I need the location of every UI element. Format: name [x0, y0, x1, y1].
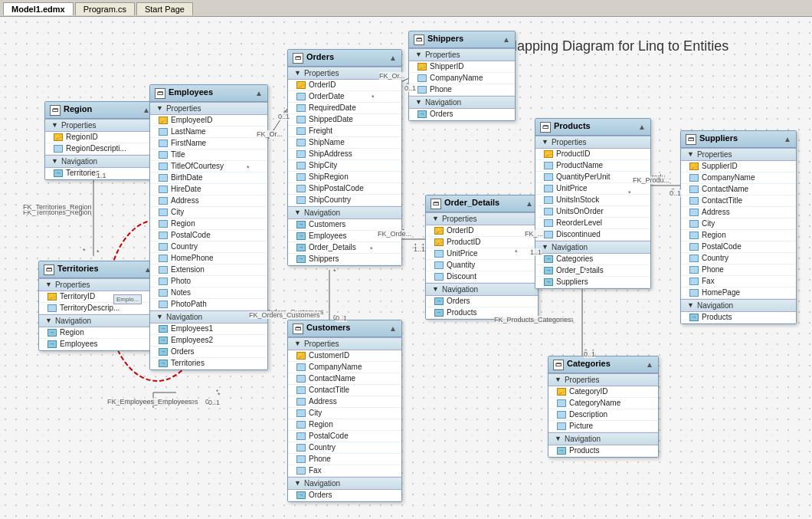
entity-suppliers: 🗃Suppliers ▲ ▼ Properties 🔑SupplierID Co…: [680, 130, 797, 324]
prop-row: Fax: [681, 276, 796, 287]
prop-row: 🔑EmployeeID: [150, 115, 267, 126]
prop-row: RequiredDate: [288, 103, 401, 114]
prop-row: →Orders: [288, 490, 401, 501]
label-01-sup: 0..1: [670, 189, 681, 197]
label-fk-or-shippers: FK_Or...: [379, 72, 405, 80]
prop-row: OrderDate: [288, 91, 401, 103]
prop-row: City: [681, 218, 796, 230]
entity-name-suppliers: Suppliers: [699, 133, 738, 143]
prop-row: Fax: [288, 465, 401, 477]
prop-row: Description: [548, 409, 658, 421]
prop-row: CompanyName: [409, 73, 515, 84]
tab-model[interactable]: Model1.edmx: [3, 2, 74, 15]
tab-bar: Model1.edmx Program.cs Start Page: [0, 0, 812, 17]
prop-row: CategoryName: [548, 398, 658, 409]
prop-row: Notes: [150, 287, 267, 299]
entity-name-categories: Categories: [567, 359, 611, 368]
prop-row: UnitsInStock: [535, 195, 650, 206]
label-star-sup: *: [628, 189, 631, 197]
prop-row: LastName: [150, 126, 267, 138]
label-01-cats: 0..1: [584, 350, 595, 358]
label-01-emp-emp: 0..1: [208, 399, 220, 406]
prop-row: 🔑CustomerID: [288, 350, 401, 362]
entity-customers: 🗃Customers ▲ ▼ Properties 🔑CustomerID Co…: [287, 320, 402, 502]
prop-row: →Categories: [535, 254, 650, 265]
prop-row: Title: [150, 149, 267, 161]
prop-row: FirstName: [150, 138, 267, 149]
entity-categories: 🗃Categories ▲ ▼ Properties 🔑CategoryID C…: [548, 356, 659, 458]
label-fk-orders-customers: FK_Orders_Customers: [249, 311, 320, 319]
entity-name-products: Products: [554, 121, 591, 130]
label-fk-products-cats: FK_Products_Categories: [494, 316, 571, 324]
label-fk-orders-emp: FK_Or...: [257, 130, 283, 138]
label-star-emp: *: [247, 164, 250, 172]
label-fk-prod: FK_...: [525, 230, 543, 238]
prop-row: UnitPrice: [535, 183, 650, 195]
prop-row: →Orders: [150, 347, 267, 358]
entity-name-employees: Employees: [169, 87, 213, 97]
prop-row: 🔑ShipperID: [409, 61, 515, 73]
prop-row: Phone: [409, 84, 515, 96]
prop-row: Phone: [681, 264, 796, 276]
canvas: Mapping Diagram for Linq to Entities FK_…: [0, 17, 812, 519]
prop-row: Country: [681, 253, 796, 264]
prop-row: Extension: [150, 264, 267, 276]
prop-row: →Orders: [426, 296, 538, 307]
label-fk-products-sup: FK_Produ...: [633, 176, 670, 184]
prop-row: →Orders: [409, 109, 515, 120]
prop-row: ShipCity: [288, 160, 401, 172]
prop-row: HireDate: [150, 184, 267, 195]
label-fk-employees-employees: FK_Employees_Employees: [107, 398, 192, 406]
prop-row: →Order_Details: [535, 265, 650, 277]
label-11-details: 1..1: [414, 245, 425, 253]
entity-name-territories: Territories: [57, 264, 99, 273]
prop-row: Discontinued: [535, 229, 650, 241]
prop-row: Region: [288, 419, 401, 431]
entity-shippers: 🗃Shippers ▲ ▼ Properties 🔑ShipperID Comp…: [408, 31, 516, 121]
label-01-shippers: 0..1: [404, 84, 416, 92]
prop-row: →Employees2: [150, 335, 267, 347]
prop-row: 🔑ProductID: [535, 149, 650, 160]
prop-row: CompanyName: [681, 172, 796, 184]
prop-row: →Order_Details: [288, 242, 401, 254]
prop-row: 🔑CategoryID: [548, 386, 658, 398]
prop-row: ContactTitle: [681, 195, 796, 207]
prop-row: Phone: [288, 454, 401, 465]
prop-row: ShipAddress: [288, 149, 401, 160]
prop-row: CompanyName: [288, 362, 401, 373]
prop-row: Picture: [548, 421, 658, 432]
prop-row: Address: [150, 195, 267, 207]
tab-program[interactable]: Program.cs: [75, 2, 135, 15]
tab-start[interactable]: Start Page: [136, 2, 193, 15]
prop-row: PostalCode: [150, 230, 267, 241]
prop-row: UnitPrice: [426, 248, 538, 260]
prop-row: Address: [288, 396, 401, 408]
prop-row: UnitsOnOrder: [535, 206, 650, 218]
prop-row: Country: [288, 442, 401, 454]
diagram-title: Mapping Diagram for Linq to Entities: [506, 38, 729, 54]
entity-name-order-details: Order_Details: [444, 198, 499, 207]
entity-order-details: 🗃Order_Details ▲ ▼ Properties 🔑OrderID 🔑…: [425, 195, 539, 320]
prop-row: →Products: [548, 445, 658, 457]
prop-row: PostalCode: [288, 431, 401, 442]
prop-row: ProductName: [535, 160, 650, 172]
svg-text:*: *: [83, 247, 86, 255]
prop-row: Quantity: [426, 260, 538, 271]
prop-row: Region: [150, 218, 267, 230]
prop-row: Freight: [288, 126, 401, 137]
label-01-customers: 0..1: [336, 314, 347, 322]
employees-self-ref-badge: Emplo...: [113, 294, 142, 304]
label-star-emp-emp: *: [218, 391, 221, 399]
prop-row: ShipPostalCode: [288, 183, 401, 195]
prop-row: City: [150, 207, 267, 218]
prop-row: PostalCode: [681, 241, 796, 253]
label-star-orders-det: *: [370, 245, 373, 253]
prop-row: BirthDate: [150, 172, 267, 184]
entity-name-region: Region: [64, 104, 92, 113]
prop-row: →Territories: [150, 358, 267, 370]
prop-row: TitleOfCourtesy: [150, 161, 267, 172]
label-01-orders-emp: 0..1: [278, 113, 290, 120]
prop-row: PhotoPath: [150, 299, 267, 310]
prop-row: →Shippers: [288, 254, 401, 265]
prop-row: Region: [681, 230, 796, 241]
